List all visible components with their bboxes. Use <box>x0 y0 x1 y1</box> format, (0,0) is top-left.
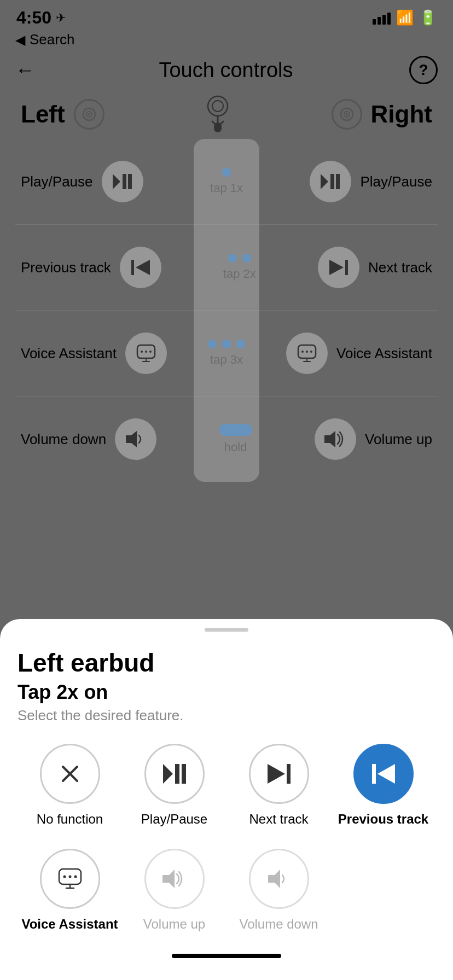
svg-point-21 <box>145 351 147 353</box>
right-tap1-icon <box>310 161 351 202</box>
center-touch-icon <box>185 95 251 133</box>
right-hold-icon <box>315 418 356 460</box>
option-next-track[interactable]: Next track <box>226 744 331 827</box>
no-function-circle[interactable] <box>40 744 100 804</box>
help-icon: ? <box>419 61 428 79</box>
play-pause-label: Play/Pause <box>141 812 207 827</box>
option-no-function[interactable]: No function <box>18 744 122 827</box>
svg-point-40 <box>68 876 71 878</box>
options-row-1: No function Play/Pause Next track <box>18 744 435 827</box>
svg-marker-18 <box>329 260 344 275</box>
signal-bars <box>373 11 391 25</box>
sheet-title: Left earbud <box>18 648 435 678</box>
option-volume-up[interactable]: Volume up <box>122 849 226 932</box>
svg-point-20 <box>141 351 143 353</box>
option-play-pause[interactable]: Play/Pause <box>122 744 226 827</box>
help-button[interactable]: ? <box>409 56 438 84</box>
svg-marker-28 <box>324 431 335 447</box>
svg-marker-37 <box>378 764 395 784</box>
volume-up-circle[interactable] <box>144 849 205 909</box>
brand-watermark: SOUNDCORE <box>361 940 442 953</box>
back-nav: ◀ Search <box>0 31 453 51</box>
page-header: ← Touch controls ? <box>0 51 453 95</box>
no-function-label: No function <box>37 812 103 827</box>
left-hold: Volume down <box>21 418 156 460</box>
left-tap1: Play/Pause <box>21 161 143 202</box>
status-time: 4:50 <box>16 8 51 28</box>
svg-marker-16 <box>136 260 150 275</box>
svg-point-4 <box>212 101 223 112</box>
svg-marker-9 <box>113 174 120 189</box>
page-title: Touch controls <box>159 59 293 82</box>
right-hold-label: Volume up <box>365 431 432 448</box>
right-side-header: Right <box>332 99 432 130</box>
svg-point-24 <box>301 351 304 353</box>
svg-point-25 <box>306 351 308 353</box>
svg-marker-27 <box>126 431 137 447</box>
controls-area: Left <box>0 95 453 482</box>
svg-point-3 <box>208 96 228 116</box>
sheet-handle <box>205 628 248 632</box>
option-voice-assistant[interactable]: Voice Assistant <box>18 849 122 932</box>
left-tap2: Previous track <box>21 247 161 288</box>
right-tap1: Play/Pause <box>310 161 432 202</box>
options-row-2: Voice Assistant Volume up Volume down <box>18 849 435 932</box>
wifi-icon: 📶 <box>396 9 414 26</box>
svg-marker-31 <box>163 764 173 784</box>
svg-marker-42 <box>162 870 175 888</box>
svg-rect-10 <box>123 174 126 189</box>
home-indicator <box>172 954 281 958</box>
svg-rect-15 <box>131 260 134 275</box>
svg-point-22 <box>149 351 152 353</box>
location-icon: ✈ <box>56 11 66 25</box>
back-label[interactable]: Search <box>30 31 74 48</box>
control-rows: Play/Pause tap 1x Play/Pause <box>15 139 438 482</box>
right-tap3-label: Voice Assistant <box>336 345 432 362</box>
volume-down-label: Volume down <box>239 917 318 932</box>
left-tap1-label: Play/Pause <box>21 173 93 190</box>
back-button[interactable]: ← <box>15 59 43 81</box>
next-track-label: Next track <box>249 812 308 827</box>
right-tap2-label: Next track <box>368 259 432 276</box>
voice-assistant-circle[interactable] <box>40 849 100 909</box>
next-track-circle[interactable] <box>249 744 309 804</box>
left-tap2-icon <box>120 247 161 288</box>
svg-point-41 <box>74 876 77 878</box>
right-tap3-icon <box>286 332 328 374</box>
voice-assistant-label: Voice Assistant <box>21 917 118 932</box>
right-label: Right <box>371 101 432 128</box>
svg-point-39 <box>63 876 66 878</box>
left-tap1-icon <box>102 161 143 202</box>
svg-marker-43 <box>268 870 280 888</box>
svg-marker-35 <box>268 764 285 784</box>
left-side-header: Left <box>21 99 104 130</box>
right-tap1-label: Play/Pause <box>360 173 432 190</box>
left-tap3-label: Voice Assistant <box>21 345 117 362</box>
svg-rect-32 <box>175 764 179 784</box>
left-tap2-label: Previous track <box>21 259 111 276</box>
lr-labels-row: Left <box>15 95 438 133</box>
play-pause-circle[interactable] <box>144 744 205 804</box>
svg-rect-13 <box>330 174 334 189</box>
option-empty <box>331 849 435 932</box>
right-tap2-icon <box>318 247 359 288</box>
right-tap2: Next track <box>318 247 432 288</box>
svg-rect-17 <box>345 260 348 275</box>
right-ear-icon <box>332 99 362 130</box>
left-hold-label: Volume down <box>21 431 106 448</box>
previous-track-circle[interactable] <box>353 744 414 804</box>
sheet-subtitle: Tap 2x on <box>18 681 435 704</box>
svg-marker-12 <box>321 174 328 189</box>
svg-rect-11 <box>128 174 132 189</box>
volume-down-circle[interactable] <box>249 849 309 909</box>
svg-point-26 <box>310 351 312 353</box>
left-hold-icon <box>115 418 156 460</box>
svg-rect-36 <box>372 764 376 784</box>
center-column <box>194 139 259 482</box>
svg-rect-5 <box>214 122 222 132</box>
battery-icon: 🔋 <box>419 9 437 26</box>
option-previous-track[interactable]: Previous track <box>331 744 435 827</box>
option-volume-down[interactable]: Volume down <box>226 849 331 932</box>
volume-up-label: Volume up <box>143 917 205 932</box>
back-arrow-small: ◀ <box>15 32 25 48</box>
